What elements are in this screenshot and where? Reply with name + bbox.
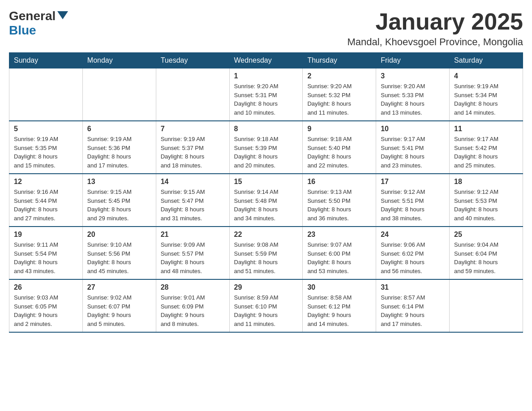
weekday-header-row: SundayMondayTuesdayWednesdayThursdayFrid… [9,53,523,68]
calendar-subtitle: Mandal, Khoevsgoel Province, Mongolia [347,36,523,48]
page-header: General Blue January 2025 Mandal, Khoevs… [9,9,523,48]
weekday-header-wednesday: Wednesday [229,53,303,68]
calendar-cell: 20Sunrise: 9:10 AM Sunset: 5:56 PM Dayli… [82,227,156,279]
calendar-cell: 16Sunrise: 9:13 AM Sunset: 5:50 PM Dayli… [303,174,376,227]
day-number: 5 [14,125,78,133]
day-number: 14 [161,178,225,186]
calendar-cell: 25Sunrise: 9:04 AM Sunset: 6:04 PM Dayli… [450,227,523,279]
day-info: Sunrise: 9:17 AM Sunset: 5:41 PM Dayligh… [381,135,445,170]
day-number: 18 [454,178,518,186]
day-info: Sunrise: 9:15 AM Sunset: 5:47 PM Dayligh… [161,188,225,223]
calendar-cell: 19Sunrise: 9:11 AM Sunset: 5:54 PM Dayli… [9,227,83,279]
weekday-header-sunday: Sunday [9,53,83,68]
day-number: 11 [454,125,518,133]
calendar-cell: 15Sunrise: 9:14 AM Sunset: 5:48 PM Dayli… [229,174,303,227]
day-number: 25 [454,231,518,239]
day-info: Sunrise: 8:57 AM Sunset: 6:14 PM Dayligh… [381,293,445,328]
weekday-header-saturday: Saturday [450,53,523,68]
day-info: Sunrise: 8:58 AM Sunset: 6:12 PM Dayligh… [307,293,371,328]
calendar-week-3: 12Sunrise: 9:16 AM Sunset: 5:44 PM Dayli… [9,174,523,227]
day-info: Sunrise: 9:10 AM Sunset: 5:56 PM Dayligh… [87,240,151,275]
day-info: Sunrise: 9:07 AM Sunset: 6:00 PM Dayligh… [307,240,371,275]
weekday-header-monday: Monday [82,53,156,68]
day-number: 19 [14,231,78,239]
calendar-week-4: 19Sunrise: 9:11 AM Sunset: 5:54 PM Dayli… [9,227,523,279]
day-info: Sunrise: 9:09 AM Sunset: 5:57 PM Dayligh… [161,240,225,275]
day-number: 22 [234,231,298,239]
day-info: Sunrise: 9:14 AM Sunset: 5:48 PM Dayligh… [234,188,298,223]
day-info: Sunrise: 9:18 AM Sunset: 5:40 PM Dayligh… [307,135,371,170]
calendar-cell [9,68,83,121]
day-info: Sunrise: 9:11 AM Sunset: 5:54 PM Dayligh… [14,240,78,275]
day-number: 24 [381,231,445,239]
day-info: Sunrise: 9:02 AM Sunset: 6:07 PM Dayligh… [87,293,151,328]
day-info: Sunrise: 9:18 AM Sunset: 5:39 PM Dayligh… [234,135,298,170]
calendar-cell: 11Sunrise: 9:17 AM Sunset: 5:42 PM Dayli… [450,121,523,174]
day-number: 15 [234,178,298,186]
day-info: Sunrise: 8:59 AM Sunset: 6:10 PM Dayligh… [234,293,298,328]
day-number: 23 [307,231,371,239]
logo-triangle-icon [57,11,68,19]
calendar-cell: 21Sunrise: 9:09 AM Sunset: 5:57 PM Dayli… [156,227,229,279]
day-number: 30 [307,283,371,291]
calendar-cell: 4Sunrise: 9:19 AM Sunset: 5:34 PM Daylig… [450,68,523,121]
calendar-cell: 1Sunrise: 9:20 AM Sunset: 5:31 PM Daylig… [229,68,303,121]
calendar-week-5: 26Sunrise: 9:03 AM Sunset: 6:05 PM Dayli… [9,279,523,332]
day-number: 2 [307,72,371,80]
calendar-cell: 30Sunrise: 8:58 AM Sunset: 6:12 PM Dayli… [303,279,376,332]
calendar-table: SundayMondayTuesdayWednesdayThursdayFrid… [9,52,523,333]
calendar-cell: 12Sunrise: 9:16 AM Sunset: 5:44 PM Dayli… [9,174,83,227]
day-number: 20 [87,231,151,239]
day-info: Sunrise: 9:01 AM Sunset: 6:09 PM Dayligh… [161,293,225,328]
day-number: 8 [234,125,298,133]
day-info: Sunrise: 9:20 AM Sunset: 5:33 PM Dayligh… [381,82,445,117]
day-info: Sunrise: 9:20 AM Sunset: 5:32 PM Dayligh… [307,82,371,117]
day-info: Sunrise: 9:19 AM Sunset: 5:34 PM Dayligh… [454,82,518,117]
weekday-header-thursday: Thursday [303,53,376,68]
calendar-cell [82,68,156,121]
calendar-cell [156,68,229,121]
calendar-week-2: 5Sunrise: 9:19 AM Sunset: 5:35 PM Daylig… [9,121,523,174]
calendar-cell: 5Sunrise: 9:19 AM Sunset: 5:35 PM Daylig… [9,121,83,174]
calendar-cell: 17Sunrise: 9:12 AM Sunset: 5:51 PM Dayli… [376,174,450,227]
day-info: Sunrise: 9:19 AM Sunset: 5:37 PM Dayligh… [161,135,225,170]
title-block: January 2025 Mandal, Khoevsgoel Province… [347,9,523,48]
day-info: Sunrise: 9:15 AM Sunset: 5:45 PM Dayligh… [87,188,151,223]
calendar-cell: 8Sunrise: 9:18 AM Sunset: 5:39 PM Daylig… [229,121,303,174]
day-number: 9 [307,125,371,133]
day-info: Sunrise: 9:19 AM Sunset: 5:35 PM Dayligh… [14,135,78,170]
calendar-cell: 13Sunrise: 9:15 AM Sunset: 5:45 PM Dayli… [82,174,156,227]
calendar-cell: 7Sunrise: 9:19 AM Sunset: 5:37 PM Daylig… [156,121,229,174]
logo: General Blue [9,9,68,38]
day-info: Sunrise: 9:03 AM Sunset: 6:05 PM Dayligh… [14,293,78,328]
day-number: 26 [14,283,78,291]
calendar-cell: 26Sunrise: 9:03 AM Sunset: 6:05 PM Dayli… [9,279,83,332]
day-info: Sunrise: 9:12 AM Sunset: 5:53 PM Dayligh… [454,188,518,223]
calendar-cell: 3Sunrise: 9:20 AM Sunset: 5:33 PM Daylig… [376,68,450,121]
day-number: 13 [87,178,151,186]
logo-general-text: General [9,9,56,23]
calendar-title: January 2025 [347,9,523,34]
day-info: Sunrise: 9:17 AM Sunset: 5:42 PM Dayligh… [454,135,518,170]
calendar-cell: 2Sunrise: 9:20 AM Sunset: 5:32 PM Daylig… [303,68,376,121]
day-number: 28 [161,283,225,291]
day-info: Sunrise: 9:08 AM Sunset: 5:59 PM Dayligh… [234,240,298,275]
logo-blue-text: Blue [9,23,36,38]
day-info: Sunrise: 9:20 AM Sunset: 5:31 PM Dayligh… [234,82,298,117]
day-number: 27 [87,283,151,291]
weekday-header-tuesday: Tuesday [156,53,229,68]
day-number: 12 [14,178,78,186]
calendar-cell: 23Sunrise: 9:07 AM Sunset: 6:00 PM Dayli… [303,227,376,279]
day-number: 16 [307,178,371,186]
calendar-cell: 14Sunrise: 9:15 AM Sunset: 5:47 PM Dayli… [156,174,229,227]
day-info: Sunrise: 9:06 AM Sunset: 6:02 PM Dayligh… [381,240,445,275]
day-number: 3 [381,72,445,80]
calendar-cell: 28Sunrise: 9:01 AM Sunset: 6:09 PM Dayli… [156,279,229,332]
day-number: 10 [381,125,445,133]
day-info: Sunrise: 9:19 AM Sunset: 5:36 PM Dayligh… [87,135,151,170]
day-info: Sunrise: 9:12 AM Sunset: 5:51 PM Dayligh… [381,188,445,223]
day-number: 31 [381,283,445,291]
day-number: 6 [87,125,151,133]
calendar-cell [450,279,523,332]
calendar-cell: 18Sunrise: 9:12 AM Sunset: 5:53 PM Dayli… [450,174,523,227]
